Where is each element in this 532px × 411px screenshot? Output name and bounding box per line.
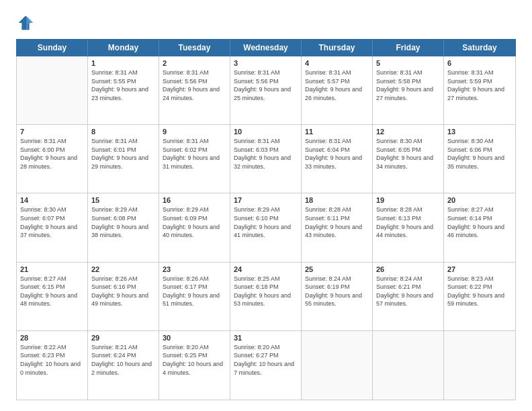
day-number: 31	[234, 334, 298, 342]
cell-info: Sunrise: 8:24 AMSunset: 6:21 PMDaylight:…	[376, 275, 440, 308]
header-day-friday: Friday	[373, 40, 444, 56]
cell-info: Sunrise: 8:31 AMSunset: 5:56 PMDaylight:…	[234, 68, 298, 102]
cal-cell: 24Sunrise: 8:25 AMSunset: 6:18 PMDayligh…	[230, 263, 302, 330]
header-day-saturday: Saturday	[444, 40, 515, 56]
cell-info: Sunrise: 8:31 AMSunset: 6:04 PMDaylight:…	[305, 137, 369, 171]
cell-info: Sunrise: 8:28 AMSunset: 6:13 PMDaylight:…	[376, 205, 440, 239]
cell-info: Sunrise: 8:25 AMSunset: 6:18 PMDaylight:…	[234, 275, 298, 308]
cal-cell: 10Sunrise: 8:31 AMSunset: 6:03 PMDayligh…	[230, 125, 302, 193]
day-number: 10	[234, 128, 298, 136]
cell-info: Sunrise: 8:31 AMSunset: 6:03 PMDaylight:…	[234, 137, 298, 171]
cell-info: Sunrise: 8:29 AMSunset: 6:10 PMDaylight:…	[234, 205, 298, 239]
day-number: 30	[163, 334, 226, 342]
day-number: 4	[305, 59, 369, 67]
header-day-sunday: Sunday	[17, 40, 88, 56]
day-number: 3	[234, 59, 298, 67]
day-number: 12	[376, 128, 440, 136]
header-day-wednesday: Wednesday	[230, 40, 302, 56]
cell-info: Sunrise: 8:26 AMSunset: 6:17 PMDaylight:…	[163, 275, 226, 308]
day-number: 16	[163, 196, 226, 204]
cell-info: Sunrise: 8:30 AMSunset: 6:06 PMDaylight:…	[447, 137, 512, 171]
day-number: 23	[163, 265, 226, 273]
cell-info: Sunrise: 8:28 AMSunset: 6:11 PMDaylight:…	[305, 205, 369, 239]
cal-cell: 20Sunrise: 8:27 AMSunset: 6:14 PMDayligh…	[444, 193, 515, 261]
cell-info: Sunrise: 8:31 AMSunset: 5:58 PMDaylight:…	[376, 68, 440, 102]
day-number: 21	[20, 265, 84, 273]
day-number: 7	[20, 128, 84, 136]
day-number: 8	[91, 128, 155, 136]
day-number: 14	[20, 196, 84, 204]
cal-cell: 7Sunrise: 8:31 AMSunset: 6:00 PMDaylight…	[17, 125, 88, 193]
cal-cell: 11Sunrise: 8:31 AMSunset: 6:04 PMDayligh…	[302, 125, 373, 193]
day-number: 28	[20, 334, 84, 342]
day-number: 6	[447, 59, 512, 67]
cal-cell: 6Sunrise: 8:31 AMSunset: 5:59 PMDaylight…	[444, 56, 515, 124]
cal-cell: 28Sunrise: 8:22 AMSunset: 6:23 PMDayligh…	[17, 331, 88, 400]
logo	[16, 13, 38, 32]
week-row-4: 21Sunrise: 8:27 AMSunset: 6:15 PMDayligh…	[17, 263, 515, 331]
calendar-body: 1Sunrise: 8:31 AMSunset: 5:55 PMDaylight…	[16, 56, 516, 400]
cal-cell: 2Sunrise: 8:31 AMSunset: 5:56 PMDaylight…	[159, 56, 230, 124]
cell-info: Sunrise: 8:22 AMSunset: 6:23 PMDaylight:…	[20, 343, 84, 377]
cal-cell: 17Sunrise: 8:29 AMSunset: 6:10 PMDayligh…	[230, 193, 302, 261]
cal-cell: 27Sunrise: 8:23 AMSunset: 6:22 PMDayligh…	[444, 263, 515, 330]
cell-info: Sunrise: 8:23 AMSunset: 6:22 PMDaylight:…	[447, 275, 512, 308]
day-number: 29	[91, 334, 155, 342]
cell-info: Sunrise: 8:29 AMSunset: 6:08 PMDaylight:…	[91, 205, 155, 239]
day-number: 18	[305, 196, 369, 204]
day-number: 27	[447, 265, 512, 273]
day-number: 17	[234, 196, 298, 204]
cal-cell: 4Sunrise: 8:31 AMSunset: 5:57 PMDaylight…	[302, 56, 373, 124]
cal-cell: 22Sunrise: 8:26 AMSunset: 6:16 PMDayligh…	[88, 263, 159, 330]
cal-cell: 5Sunrise: 8:31 AMSunset: 5:58 PMDaylight…	[373, 56, 444, 124]
cell-info: Sunrise: 8:20 AMSunset: 6:27 PMDaylight:…	[234, 343, 298, 377]
cal-cell	[302, 331, 373, 400]
cell-info: Sunrise: 8:21 AMSunset: 6:24 PMDaylight:…	[91, 343, 155, 377]
cal-cell: 29Sunrise: 8:21 AMSunset: 6:24 PMDayligh…	[88, 331, 159, 400]
cal-cell: 18Sunrise: 8:28 AMSunset: 6:11 PMDayligh…	[302, 193, 373, 261]
cal-cell: 13Sunrise: 8:30 AMSunset: 6:06 PMDayligh…	[444, 125, 515, 193]
cell-info: Sunrise: 8:27 AMSunset: 6:14 PMDaylight:…	[447, 205, 512, 239]
page: SundayMondayTuesdayWednesdayThursdayFrid…	[0, 0, 532, 411]
cell-info: Sunrise: 8:31 AMSunset: 6:02 PMDaylight:…	[163, 137, 226, 171]
cell-info: Sunrise: 8:31 AMSunset: 6:00 PMDaylight:…	[20, 137, 84, 171]
cal-cell: 8Sunrise: 8:31 AMSunset: 6:01 PMDaylight…	[88, 125, 159, 193]
cal-cell: 19Sunrise: 8:28 AMSunset: 6:13 PMDayligh…	[373, 193, 444, 261]
day-number: 1	[91, 59, 155, 67]
week-row-2: 7Sunrise: 8:31 AMSunset: 6:00 PMDaylight…	[17, 125, 515, 193]
cal-cell	[444, 331, 515, 400]
day-number: 9	[163, 128, 226, 136]
day-number: 11	[305, 128, 369, 136]
cal-cell: 25Sunrise: 8:24 AMSunset: 6:19 PMDayligh…	[302, 263, 373, 330]
day-number: 25	[305, 265, 369, 273]
day-number: 15	[91, 196, 155, 204]
svg-marker-2	[26, 16, 34, 30]
cal-cell: 9Sunrise: 8:31 AMSunset: 6:02 PMDaylight…	[159, 125, 230, 193]
cal-cell: 16Sunrise: 8:29 AMSunset: 6:09 PMDayligh…	[159, 193, 230, 261]
logo-icon	[16, 13, 35, 32]
cell-info: Sunrise: 8:31 AMSunset: 5:59 PMDaylight:…	[447, 68, 512, 102]
cell-info: Sunrise: 8:20 AMSunset: 6:25 PMDaylight:…	[163, 343, 226, 377]
day-number: 5	[376, 59, 440, 67]
cell-info: Sunrise: 8:24 AMSunset: 6:19 PMDaylight:…	[305, 275, 369, 308]
calendar-header: SundayMondayTuesdayWednesdayThursdayFrid…	[16, 39, 516, 56]
cal-cell: 14Sunrise: 8:30 AMSunset: 6:07 PMDayligh…	[17, 193, 88, 261]
cal-cell	[373, 331, 444, 400]
week-row-5: 28Sunrise: 8:22 AMSunset: 6:23 PMDayligh…	[17, 331, 515, 400]
cal-cell	[17, 56, 88, 124]
cell-info: Sunrise: 8:29 AMSunset: 6:09 PMDaylight:…	[163, 205, 226, 239]
calendar: SundayMondayTuesdayWednesdayThursdayFrid…	[16, 39, 516, 400]
day-number: 20	[447, 196, 512, 204]
cal-cell: 26Sunrise: 8:24 AMSunset: 6:21 PMDayligh…	[373, 263, 444, 330]
cell-info: Sunrise: 8:26 AMSunset: 6:16 PMDaylight:…	[91, 275, 155, 308]
cal-cell: 30Sunrise: 8:20 AMSunset: 6:25 PMDayligh…	[159, 331, 230, 400]
cell-info: Sunrise: 8:31 AMSunset: 5:57 PMDaylight:…	[305, 68, 369, 102]
cell-info: Sunrise: 8:30 AMSunset: 6:07 PMDaylight:…	[20, 205, 84, 239]
cell-info: Sunrise: 8:31 AMSunset: 6:01 PMDaylight:…	[91, 137, 155, 171]
cal-cell: 15Sunrise: 8:29 AMSunset: 6:08 PMDayligh…	[88, 193, 159, 261]
cell-info: Sunrise: 8:30 AMSunset: 6:05 PMDaylight:…	[376, 137, 440, 171]
cal-cell: 3Sunrise: 8:31 AMSunset: 5:56 PMDaylight…	[230, 56, 302, 124]
cell-info: Sunrise: 8:31 AMSunset: 5:55 PMDaylight:…	[91, 68, 155, 102]
week-row-3: 14Sunrise: 8:30 AMSunset: 6:07 PMDayligh…	[17, 193, 515, 262]
day-number: 24	[234, 265, 298, 273]
